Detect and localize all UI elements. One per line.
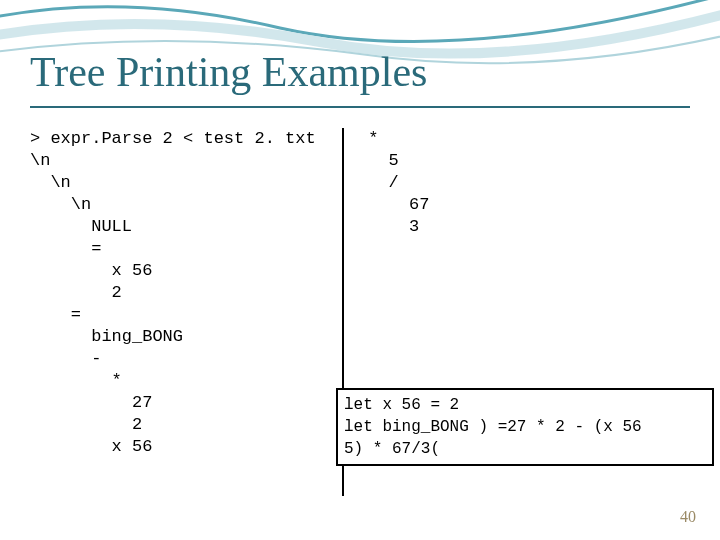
page-number: 40 — [680, 508, 696, 526]
slide-title: Tree Printing Examples — [30, 48, 427, 96]
right-tree-output: * 5 / 67 3 — [358, 128, 429, 238]
title-underline — [30, 106, 690, 108]
source-code-box: let x 56 = 2 let bing_BONG ) =27 * 2 - (… — [336, 388, 714, 466]
left-tree-output: > expr.Parse 2 < test 2. txt \n \n \n NU… — [30, 128, 316, 458]
slide: Tree Printing Examples > expr.Parse 2 < … — [0, 0, 720, 540]
